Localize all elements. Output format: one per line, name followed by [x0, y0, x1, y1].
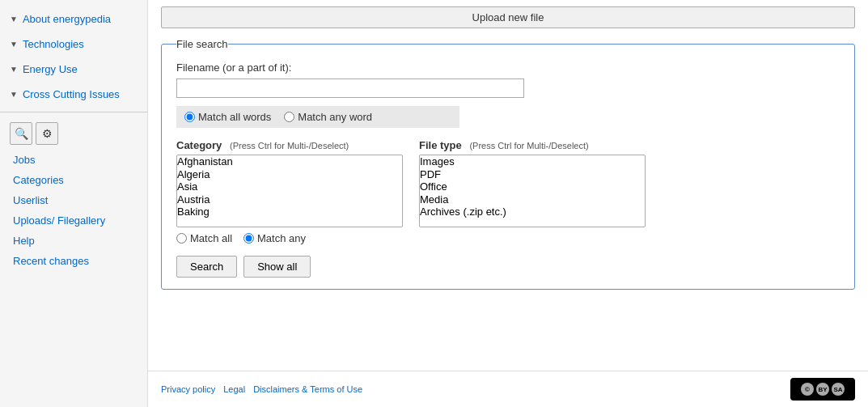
sidebar-item-label: Cross Cutting Issues — [23, 88, 120, 100]
category-select[interactable]: AfghanistanAlgeriaAsiaAustriaBaking — [176, 155, 403, 227]
file-search-fieldset: File search Filename (or a part of it): … — [161, 38, 855, 290]
sidebar-item-about[interactable]: ▼About energypedia — [0, 6, 147, 32]
sidebar-navigation: ▼About energypedia▼Technologies▼Energy U… — [0, 6, 147, 107]
sidebar: ▼About energypedia▼Technologies▼Energy U… — [0, 0, 148, 407]
sidebar-link-recent[interactable]: Recent changes — [0, 251, 147, 271]
match-any-word-label: Match any word — [298, 111, 372, 123]
page-footer: Privacy policy Legal Disclaimers & Terms… — [148, 371, 868, 407]
filetype-hint: (Press Ctrl for Multi-/Deselect) — [469, 141, 588, 151]
chevron-icon: ▼ — [10, 65, 18, 74]
category-match-radio-group: Match all Match any — [176, 232, 403, 244]
sidebar-divider — [0, 112, 147, 112]
match-all-words-radio[interactable] — [184, 112, 195, 122]
show-all-button[interactable]: Show all — [243, 256, 311, 278]
sidebar-item-label: Technologies — [23, 38, 84, 50]
sidebar-item-energy_use[interactable]: ▼Energy Use — [0, 57, 147, 82]
search-button[interactable]: Search — [176, 256, 237, 278]
selects-row: Category (Press Ctrl for Multi-/Deselect… — [176, 139, 840, 244]
category-match-all-option[interactable]: Match all — [176, 232, 232, 244]
category-match-any-option[interactable]: Match any — [243, 232, 306, 244]
sidebar-item-technologies[interactable]: ▼Technologies — [0, 32, 147, 57]
sidebar-link-jobs[interactable]: Jobs — [0, 150, 147, 170]
match-all-words-option[interactable]: Match all words — [184, 111, 271, 123]
filename-input[interactable] — [176, 78, 524, 98]
chevron-icon: ▼ — [10, 15, 18, 23]
action-buttons: Search Show all — [176, 256, 840, 278]
match-all-words-label: Match all words — [198, 111, 271, 123]
sidebar-link-categories[interactable]: Categories — [0, 170, 147, 190]
sidebar-link-help[interactable]: Help — [0, 231, 147, 251]
sidebar-links: JobsCategoriesUserlistUploads/ Filegalle… — [0, 150, 147, 271]
chevron-icon: ▼ — [10, 40, 18, 49]
sidebar-link-userlist[interactable]: Userlist — [0, 190, 147, 210]
category-match-all-radio[interactable] — [176, 233, 187, 244]
file-search-legend: File search — [176, 38, 228, 50]
filetype-group: File type (Press Ctrl for Multi-/Deselec… — [419, 139, 646, 244]
category-hint: (Press Ctrl for Multi-/Deselect) — [230, 141, 349, 151]
category-match-any-label: Match any — [257, 232, 306, 244]
category-match-all-label: Match all — [190, 232, 232, 244]
category-label: Category (Press Ctrl for Multi-/Deselect… — [176, 139, 403, 151]
by-icon: BY — [816, 383, 829, 396]
legal-link[interactable]: Legal — [223, 384, 245, 394]
filetype-select[interactable]: ImagesPDFOfficeMediaArchives (.zip etc.) — [419, 155, 646, 227]
privacy-policy-link[interactable]: Privacy policy — [161, 384, 215, 394]
category-match-any-radio[interactable] — [243, 233, 254, 244]
category-group: Category (Press Ctrl for Multi-/Deselect… — [176, 139, 403, 244]
cc-icon: © — [801, 383, 814, 396]
filename-label: Filename (or a part of it): — [176, 61, 840, 74]
sidebar-link-uploads[interactable]: Uploads/ Filegallery — [0, 210, 147, 231]
match-any-word-radio[interactable] — [284, 112, 294, 122]
sidebar-item-label: Energy Use — [23, 63, 78, 75]
sidebar-tools: 🔍 ⚙ — [0, 117, 147, 150]
settings-tool-button[interactable]: ⚙ — [36, 122, 58, 145]
sidebar-item-label: About energypedia — [23, 13, 111, 25]
sidebar-item-cross_cutting[interactable]: ▼Cross Cutting Issues — [0, 82, 147, 107]
word-match-radio-group: Match all words Match any word — [176, 106, 459, 128]
match-any-word-option[interactable]: Match any word — [284, 111, 372, 123]
upload-new-file-button[interactable]: Upload new file — [161, 6, 855, 28]
sa-icon: SA — [832, 383, 845, 396]
disclaimers-link[interactable]: Disclaimers & Terms of Use — [253, 384, 362, 394]
main-content: Upload new file File search Filename (or… — [148, 0, 868, 407]
footer-links: Privacy policy Legal Disclaimers & Terms… — [161, 384, 362, 394]
search-tool-button[interactable]: 🔍 — [10, 122, 32, 145]
cc-badge: © BY SA — [790, 378, 855, 401]
chevron-icon: ▼ — [10, 90, 18, 99]
filetype-label: File type (Press Ctrl for Multi-/Deselec… — [419, 139, 646, 151]
